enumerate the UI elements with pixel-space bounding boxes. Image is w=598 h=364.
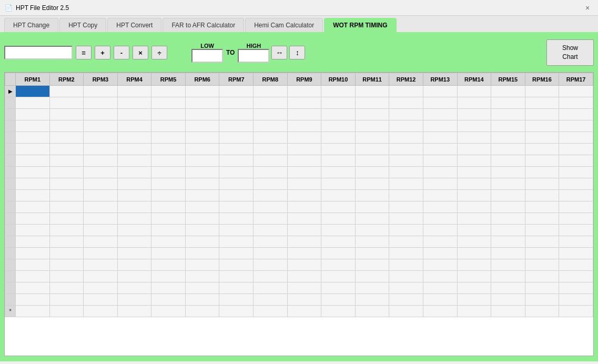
table-cell[interactable] bbox=[559, 190, 593, 201]
table-cell[interactable] bbox=[117, 97, 151, 109]
show-chart-button[interactable]: Show Chart bbox=[546, 39, 594, 66]
table-cell[interactable] bbox=[117, 294, 151, 306]
table-cell[interactable] bbox=[355, 86, 389, 97]
table-cell[interactable] bbox=[355, 225, 389, 236]
table-cell[interactable] bbox=[185, 155, 219, 167]
table-cell[interactable] bbox=[355, 271, 389, 282]
table-cell[interactable] bbox=[491, 86, 525, 97]
table-cell[interactable] bbox=[16, 155, 50, 167]
table-cell[interactable] bbox=[287, 97, 321, 109]
table-cell[interactable] bbox=[219, 201, 254, 213]
table-cell[interactable] bbox=[151, 97, 186, 109]
table-cell[interactable] bbox=[287, 109, 321, 120]
table-cell[interactable] bbox=[355, 248, 389, 259]
table-cell[interactable] bbox=[151, 109, 186, 120]
table-cell[interactable] bbox=[185, 282, 219, 294]
table-cell[interactable] bbox=[559, 86, 593, 97]
table-cell[interactable] bbox=[49, 132, 84, 144]
table-cell[interactable] bbox=[117, 155, 151, 167]
table-cell[interactable] bbox=[151, 178, 186, 190]
table-cell[interactable] bbox=[84, 155, 118, 167]
table-cell[interactable] bbox=[491, 120, 525, 132]
minus-button[interactable]: - bbox=[114, 46, 129, 59]
table-cell[interactable] bbox=[389, 306, 423, 317]
tab-hpt-convert[interactable]: HPT Convert bbox=[107, 18, 161, 32]
table-cell[interactable] bbox=[525, 120, 559, 132]
table-cell[interactable] bbox=[117, 236, 151, 248]
table-cell[interactable] bbox=[219, 213, 254, 225]
table-cell[interactable] bbox=[423, 144, 457, 155]
table-cell[interactable] bbox=[389, 271, 423, 282]
table-cell[interactable] bbox=[321, 225, 356, 236]
table-cell[interactable] bbox=[287, 294, 321, 306]
table-cell[interactable] bbox=[389, 201, 423, 213]
table-cell[interactable] bbox=[559, 236, 593, 248]
table-cell[interactable] bbox=[185, 225, 219, 236]
table-cell[interactable] bbox=[219, 259, 254, 271]
table-cell[interactable] bbox=[559, 225, 593, 236]
table-cell[interactable] bbox=[355, 120, 389, 132]
table-cell[interactable] bbox=[49, 201, 84, 213]
table-cell[interactable] bbox=[254, 190, 288, 201]
table-cell[interactable] bbox=[254, 144, 288, 155]
table-cell[interactable] bbox=[16, 132, 50, 144]
table-cell[interactable] bbox=[287, 271, 321, 282]
table-cell[interactable] bbox=[219, 144, 254, 155]
table-cell[interactable] bbox=[254, 213, 288, 225]
table-cell[interactable] bbox=[185, 178, 219, 190]
table-cell[interactable] bbox=[559, 248, 593, 259]
tab-far-afr[interactable]: FAR to AFR Calculator bbox=[163, 18, 244, 32]
table-cell[interactable] bbox=[254, 86, 288, 97]
table-cell[interactable] bbox=[185, 248, 219, 259]
multiply-button[interactable]: × bbox=[133, 46, 148, 59]
table-cell[interactable] bbox=[287, 236, 321, 248]
table-cell[interactable] bbox=[491, 259, 525, 271]
table-cell[interactable] bbox=[16, 236, 50, 248]
table-cell[interactable] bbox=[559, 167, 593, 178]
table-cell[interactable] bbox=[254, 120, 288, 132]
table-cell[interactable] bbox=[423, 120, 457, 132]
table-cell[interactable] bbox=[389, 167, 423, 178]
table-cell[interactable] bbox=[355, 201, 389, 213]
table-cell[interactable] bbox=[16, 178, 50, 190]
formula-input[interactable] bbox=[4, 46, 73, 59]
table-cell[interactable] bbox=[16, 144, 50, 155]
table-cell[interactable] bbox=[151, 167, 186, 178]
table-cell[interactable] bbox=[151, 144, 186, 155]
low-input[interactable] bbox=[191, 49, 223, 63]
table-cell[interactable] bbox=[219, 120, 254, 132]
table-cell[interactable] bbox=[254, 282, 288, 294]
table-cell[interactable] bbox=[16, 120, 50, 132]
table-cell[interactable] bbox=[219, 225, 254, 236]
table-cell[interactable] bbox=[423, 109, 457, 120]
table-cell[interactable] bbox=[491, 271, 525, 282]
table-cell[interactable] bbox=[84, 282, 118, 294]
table-cell[interactable] bbox=[389, 259, 423, 271]
table-cell[interactable] bbox=[355, 259, 389, 271]
table-cell[interactable] bbox=[49, 144, 84, 155]
table-cell[interactable] bbox=[287, 282, 321, 294]
table-cell[interactable] bbox=[457, 97, 491, 109]
table-cell[interactable] bbox=[185, 132, 219, 144]
table-cell[interactable] bbox=[49, 97, 84, 109]
table-cell[interactable] bbox=[525, 259, 559, 271]
table-cell[interactable] bbox=[423, 201, 457, 213]
table-cell[interactable] bbox=[355, 97, 389, 109]
table-cell[interactable] bbox=[185, 144, 219, 155]
table-cell[interactable] bbox=[491, 132, 525, 144]
table-cell[interactable] bbox=[321, 132, 356, 144]
table-cell[interactable] bbox=[287, 248, 321, 259]
table-cell[interactable] bbox=[355, 109, 389, 120]
table-cell[interactable] bbox=[117, 144, 151, 155]
table-cell[interactable] bbox=[84, 225, 118, 236]
table-cell[interactable] bbox=[525, 155, 559, 167]
table-cell[interactable] bbox=[84, 86, 118, 97]
table-cell[interactable] bbox=[151, 155, 186, 167]
table-cell[interactable] bbox=[389, 282, 423, 294]
table-cell[interactable] bbox=[389, 190, 423, 201]
table-cell[interactable] bbox=[525, 282, 559, 294]
table-cell[interactable] bbox=[219, 167, 254, 178]
table-cell[interactable] bbox=[525, 248, 559, 259]
table-cell[interactable] bbox=[491, 201, 525, 213]
table-cell[interactable] bbox=[151, 294, 186, 306]
